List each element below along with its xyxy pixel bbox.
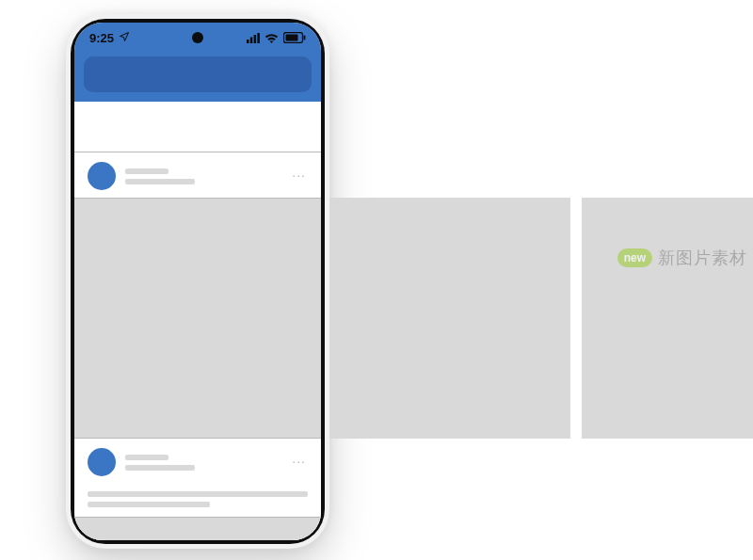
stock-watermark: new 新图片素材 — [617, 247, 747, 269]
post-author-block — [125, 168, 195, 184]
carousel-slide[interactable] — [582, 198, 753, 439]
avatar[interactable] — [88, 162, 116, 190]
svg-rect-0 — [247, 40, 249, 43]
author-subtitle-placeholder — [125, 179, 195, 184]
svg-rect-6 — [304, 36, 306, 40]
post-media[interactable] — [74, 198, 321, 439]
watermark-text: 新图片素材 — [658, 247, 747, 269]
svg-rect-5 — [286, 35, 298, 41]
author-name-placeholder — [125, 168, 168, 174]
more-options-icon[interactable]: ··· — [292, 454, 306, 469]
search-input[interactable] — [84, 56, 312, 92]
svg-rect-1 — [250, 37, 253, 43]
avatar[interactable] — [88, 448, 116, 476]
more-options-icon[interactable]: ··· — [292, 168, 306, 183]
post-author-block — [125, 455, 195, 471]
carousel-external-slides — [329, 198, 734, 439]
feed-post: ··· — [74, 439, 321, 540]
feed-post: ··· — [74, 152, 321, 439]
wifi-icon — [264, 33, 279, 43]
phone-mockup: 9:25 — [66, 14, 329, 549]
signal-icon — [247, 33, 260, 43]
carousel-slide[interactable] — [329, 198, 570, 439]
svg-rect-3 — [257, 33, 260, 43]
status-right — [247, 32, 306, 43]
app-header: 9:25 — [74, 23, 321, 102]
battery-icon — [283, 32, 306, 43]
post-media[interactable] — [74, 517, 321, 540]
phone-screen: 9:25 — [74, 23, 321, 540]
composer-bar[interactable] — [74, 102, 321, 152]
status-left: 9:25 — [89, 31, 130, 45]
watermark-badge: new — [617, 248, 652, 267]
front-camera-icon — [192, 32, 203, 43]
location-arrow-icon — [119, 31, 130, 45]
svg-rect-2 — [254, 35, 257, 43]
author-name-placeholder — [125, 455, 168, 460]
post-text-line — [88, 502, 210, 507]
status-time: 9:25 — [89, 31, 114, 45]
author-subtitle-placeholder — [125, 465, 195, 471]
post-header: ··· — [74, 152, 321, 198]
post-header: ··· — [74, 439, 321, 484]
post-text-line — [88, 491, 308, 497]
